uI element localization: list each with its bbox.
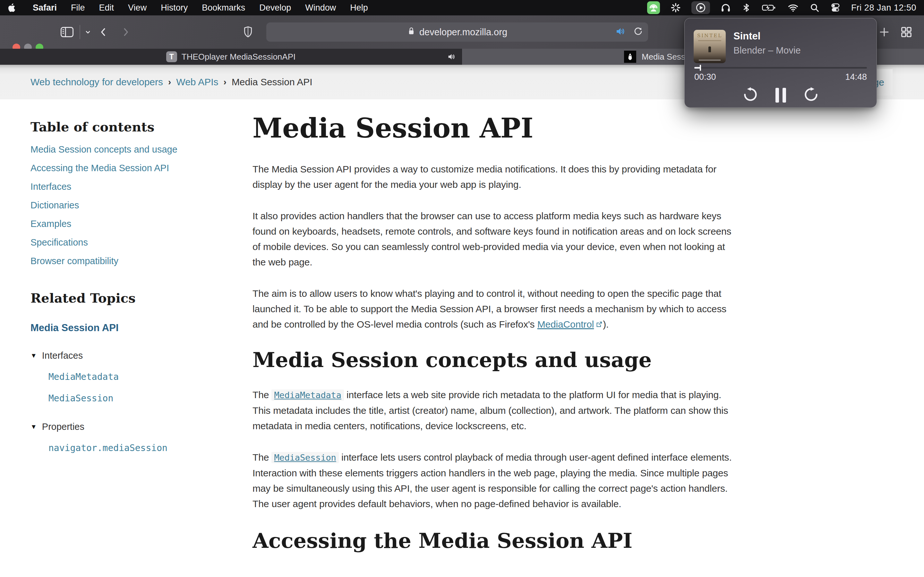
spotlight-search-icon[interactable] [809,3,820,13]
menu-bar-clock[interactable]: Fri 28 Jan 12:50 [851,3,916,13]
mediacontrol-link[interactable]: MediaControl [537,319,594,330]
section-heading-accessing: Accessing the Media Session API [252,530,736,552]
sidebar: Table of contents Media Session concepts… [31,99,236,552]
keyboard-brightness-icon[interactable] [670,2,681,13]
intro-paragraph: The Media Session API provides a way to … [252,161,736,192]
now-playing-popover: SINTEL Sintel Blender – Movie 00:30 14:4… [684,18,877,108]
sidebar-link-mediametadata[interactable]: MediaMetadata [48,372,236,382]
apple-menu-icon[interactable] [8,3,15,12]
back-button[interactable] [98,26,108,38]
section-heading-concepts: Media Session concepts and usage [252,349,736,371]
lock-icon [407,26,415,38]
now-playing-title: Sintel [733,31,760,42]
menu-item-bookmarks[interactable]: Bookmarks [202,3,245,13]
breadcrumb: Web technology for developers › Web APIs… [31,65,312,99]
triangle-collapse-icon: ▼ [31,423,37,430]
sidebar-chevron-down-icon[interactable] [84,28,92,36]
sidebar-group-label: Properties [42,422,84,432]
mediametadata-code-link[interactable]: MediaMetadata [271,390,344,400]
breadcrumb-separator-icon: › [224,77,226,87]
tab-overview-button[interactable] [900,26,913,38]
privacy-shield-icon[interactable] [242,26,254,39]
menu-item-develop[interactable]: Develop [259,3,291,13]
screen: Safari File Edit View History Bookmarks … [0,0,924,577]
toolbar-divider [79,25,80,39]
bluetooth-icon[interactable] [741,2,751,13]
sidebar-link-mediasession[interactable]: MediaSession [48,393,236,404]
mdn-favicon [624,51,636,63]
breadcrumb-link-web-apis[interactable]: Web APIs [176,77,218,87]
sidebar-group-label: Interfaces [42,350,83,361]
sidebar-group-properties[interactable]: ▼ Properties [31,422,236,432]
toc-link-concepts[interactable]: Media Session concepts and usage [31,144,178,155]
page-audio-icon[interactable] [615,27,626,37]
toc-link-examples[interactable]: Examples [31,219,71,229]
progress-scrubber-handle[interactable] [700,65,701,71]
wifi-icon[interactable] [787,2,799,13]
toc-link-accessing[interactable]: Accessing the Media Session API [31,163,169,173]
total-duration: 14:48 [845,72,867,82]
mediasession-paragraph: The MediaSession interface lets users co… [252,450,736,512]
related-link-media-session-api[interactable]: Media Session API [31,322,236,334]
playback-progress-bar[interactable] [694,67,867,69]
menu-item-window[interactable]: Window [305,3,336,13]
breadcrumb-current: Media Session API [232,77,312,87]
mediasession-code-link[interactable]: MediaSession [271,452,338,463]
breadcrumb-separator-icon: › [168,77,171,87]
theoplayer-favicon: T [166,51,177,62]
toc-link-browser-compatibility[interactable]: Browser compatibility [31,256,118,266]
url-text: developer.mozilla.org [419,27,507,37]
sidebar-link-navigator-mediasession[interactable]: navigator.mediaSession [48,443,236,453]
new-tab-button[interactable] [879,26,890,38]
battery-charging-icon[interactable] [761,2,777,13]
album-art-figure [708,47,711,52]
forward-button[interactable] [121,26,131,38]
menu-item-file[interactable]: File [71,3,85,13]
page-title: Media Session API [252,115,736,142]
tab-label: THEOplayer MediaSessionAPI [182,52,296,62]
toc-list: Media Session concepts and usage Accessi… [31,144,236,267]
action-handlers-paragraph: It also provides action handlers that th… [252,208,736,270]
elapsed-time: 00:30 [694,72,716,82]
pause-button[interactable] [775,88,786,103]
breadcrumb-link-web-technology[interactable]: Web technology for developers [31,77,163,87]
article: Media Session API The Media Session API … [236,99,736,552]
aim-paragraph: The aim is to allow users to know what's… [252,286,736,333]
album-art-title: SINTEL [694,33,726,39]
menu-item-view[interactable]: View [128,3,147,13]
macos-menu-bar: Safari File Edit View History Bookmarks … [0,0,924,15]
now-playing-icon[interactable] [691,1,710,14]
seek-forward-button[interactable] [803,86,819,104]
related-topics-title: Related Topics [31,290,236,306]
external-link-icon [595,318,603,333]
headphones-icon[interactable] [720,2,731,13]
tab-audio-icon[interactable] [447,53,456,61]
toc-link-dictionaries[interactable]: Dictionaries [31,200,79,210]
sidebar-group-interfaces[interactable]: ▼ Interfaces [31,350,236,361]
sidebar-toggle-button[interactable] [60,26,74,38]
menu-item-edit[interactable]: Edit [99,3,114,13]
page-content: Web technology for developers › Web APIs… [0,65,924,577]
tab-theoplayer[interactable]: T THEOplayer MediaSessionAPI [0,49,462,65]
reload-button[interactable] [633,27,643,37]
menu-item-help[interactable]: Help [350,3,368,13]
address-bar[interactable]: developer.mozilla.org [266,23,648,42]
screen-mirroring-icon[interactable] [647,1,660,14]
control-center-icon[interactable] [830,2,841,13]
toc-title: Table of contents [31,119,236,134]
menu-item-history[interactable]: History [161,3,188,13]
toc-link-interfaces[interactable]: Interfaces [31,181,71,192]
album-art: SINTEL [694,30,726,63]
triangle-collapse-icon: ▼ [31,352,37,359]
seek-backward-button[interactable] [742,86,759,104]
menu-item-safari[interactable]: Safari [33,3,57,13]
mediametadata-paragraph: The MediaMetadata interface lets a web s… [252,387,736,434]
toc-link-specifications[interactable]: Specifications [31,237,88,247]
now-playing-artist: Blender – Movie [733,45,801,56]
